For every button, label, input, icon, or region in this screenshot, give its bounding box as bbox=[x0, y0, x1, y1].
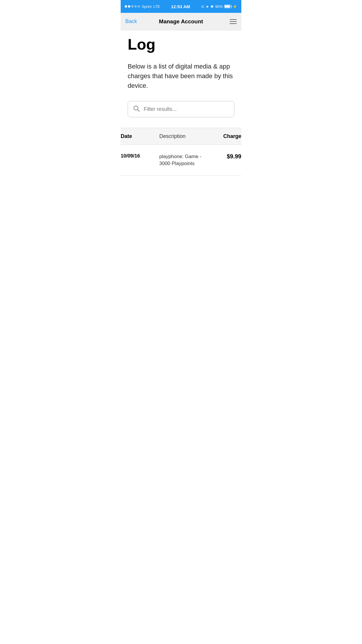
row-charge: $9.99 bbox=[205, 153, 241, 160]
status-right: ⊙ ➤ ✱ 90% ⚡ bbox=[201, 4, 237, 9]
signal-dot-1 bbox=[125, 5, 127, 8]
charges-table: Date Description Charge 10/09/16 playpho… bbox=[121, 128, 241, 176]
battery-indicator bbox=[224, 5, 231, 8]
table-header: Date Description Charge bbox=[121, 128, 241, 145]
charging-icon: ⚡ bbox=[233, 4, 237, 9]
signal-dot-3 bbox=[131, 5, 133, 8]
header-date: Date bbox=[121, 133, 159, 139]
lock-icon: ⊙ bbox=[201, 4, 204, 9]
nav-bar: Back Manage Account bbox=[121, 13, 241, 30]
table-row: 10/09/16 playphone: Game - 3000 Playpoin… bbox=[121, 145, 241, 176]
row-description: playphone: Game - 3000 Playpoints bbox=[159, 153, 205, 167]
back-button[interactable]: Back bbox=[125, 18, 137, 24]
search-input[interactable] bbox=[144, 106, 229, 112]
battery-percent: 90% bbox=[215, 4, 223, 9]
row-date: 10/09/16 bbox=[121, 153, 159, 159]
status-left: Sprint LTE bbox=[125, 4, 160, 9]
svg-line-1 bbox=[138, 110, 139, 111]
carrier-label: Sprint bbox=[142, 4, 152, 9]
search-icon bbox=[133, 105, 140, 113]
location-icon: ➤ bbox=[206, 4, 209, 9]
signal-dot-2 bbox=[128, 5, 130, 8]
header-description: Description bbox=[159, 133, 205, 139]
bluetooth-icon: ✱ bbox=[210, 4, 214, 9]
status-time: 12:53 AM bbox=[171, 4, 190, 9]
menu-icon-line-3 bbox=[230, 23, 237, 24]
menu-icon-line-1 bbox=[230, 19, 237, 20]
menu-icon-line-2 bbox=[230, 21, 237, 22]
signal-dot-5 bbox=[138, 5, 140, 8]
search-container bbox=[128, 101, 234, 117]
menu-button[interactable] bbox=[230, 19, 237, 24]
signal-dots bbox=[125, 5, 140, 8]
status-bar: Sprint LTE 12:53 AM ⊙ ➤ ✱ 90% ⚡ bbox=[121, 0, 241, 13]
signal-dot-4 bbox=[134, 5, 137, 8]
header-charge: Charge bbox=[205, 133, 241, 139]
section-title: Log bbox=[128, 36, 234, 53]
page-title: Manage Account bbox=[159, 18, 203, 25]
description-text: Below is a list of digital media & app c… bbox=[128, 62, 234, 90]
main-content: Log Below is a list of digital media & a… bbox=[121, 30, 241, 117]
network-type-label: LTE bbox=[153, 4, 160, 9]
